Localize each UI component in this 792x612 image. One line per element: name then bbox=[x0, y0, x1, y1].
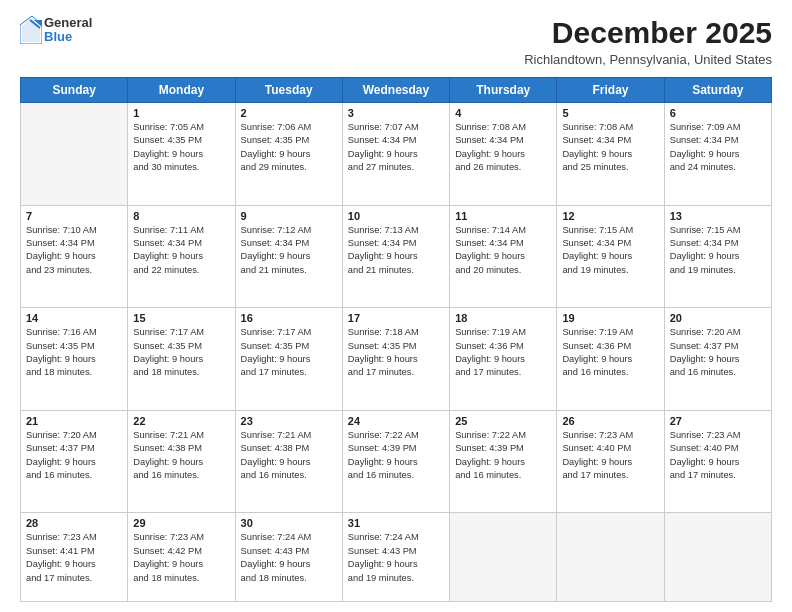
day-info: Sunrise: 7:21 AM Sunset: 4:38 PM Dayligh… bbox=[241, 429, 337, 483]
day-cell bbox=[450, 513, 557, 602]
day-cell: 16Sunrise: 7:17 AM Sunset: 4:35 PM Dayli… bbox=[235, 308, 342, 411]
day-info: Sunrise: 7:19 AM Sunset: 4:36 PM Dayligh… bbox=[562, 326, 658, 380]
day-info: Sunrise: 7:23 AM Sunset: 4:40 PM Dayligh… bbox=[670, 429, 766, 483]
day-info: Sunrise: 7:20 AM Sunset: 4:37 PM Dayligh… bbox=[26, 429, 122, 483]
day-cell: 8Sunrise: 7:11 AM Sunset: 4:34 PM Daylig… bbox=[128, 205, 235, 308]
day-cell: 14Sunrise: 7:16 AM Sunset: 4:35 PM Dayli… bbox=[21, 308, 128, 411]
day-info: Sunrise: 7:08 AM Sunset: 4:34 PM Dayligh… bbox=[455, 121, 551, 175]
day-info: Sunrise: 7:07 AM Sunset: 4:34 PM Dayligh… bbox=[348, 121, 444, 175]
day-cell: 22Sunrise: 7:21 AM Sunset: 4:38 PM Dayli… bbox=[128, 410, 235, 513]
day-number: 31 bbox=[348, 517, 444, 529]
week-row-1: 1Sunrise: 7:05 AM Sunset: 4:35 PM Daylig… bbox=[21, 103, 772, 206]
day-cell bbox=[664, 513, 771, 602]
day-cell: 31Sunrise: 7:24 AM Sunset: 4:43 PM Dayli… bbox=[342, 513, 449, 602]
day-info: Sunrise: 7:15 AM Sunset: 4:34 PM Dayligh… bbox=[670, 224, 766, 278]
col-header-tuesday: Tuesday bbox=[235, 78, 342, 103]
day-cell: 6Sunrise: 7:09 AM Sunset: 4:34 PM Daylig… bbox=[664, 103, 771, 206]
logo-text: General Blue bbox=[44, 16, 92, 45]
day-info: Sunrise: 7:20 AM Sunset: 4:37 PM Dayligh… bbox=[670, 326, 766, 380]
day-number: 26 bbox=[562, 415, 658, 427]
week-row-5: 28Sunrise: 7:23 AM Sunset: 4:41 PM Dayli… bbox=[21, 513, 772, 602]
day-number: 3 bbox=[348, 107, 444, 119]
day-cell bbox=[21, 103, 128, 206]
week-row-4: 21Sunrise: 7:20 AM Sunset: 4:37 PM Dayli… bbox=[21, 410, 772, 513]
day-number: 14 bbox=[26, 312, 122, 324]
day-cell: 15Sunrise: 7:17 AM Sunset: 4:35 PM Dayli… bbox=[128, 308, 235, 411]
day-info: Sunrise: 7:10 AM Sunset: 4:34 PM Dayligh… bbox=[26, 224, 122, 278]
logo-blue-text: Blue bbox=[44, 30, 92, 44]
day-number: 28 bbox=[26, 517, 122, 529]
day-cell: 20Sunrise: 7:20 AM Sunset: 4:37 PM Dayli… bbox=[664, 308, 771, 411]
day-info: Sunrise: 7:13 AM Sunset: 4:34 PM Dayligh… bbox=[348, 224, 444, 278]
day-info: Sunrise: 7:23 AM Sunset: 4:41 PM Dayligh… bbox=[26, 531, 122, 585]
day-number: 11 bbox=[455, 210, 551, 222]
day-info: Sunrise: 7:17 AM Sunset: 4:35 PM Dayligh… bbox=[133, 326, 229, 380]
day-number: 30 bbox=[241, 517, 337, 529]
day-number: 27 bbox=[670, 415, 766, 427]
day-number: 6 bbox=[670, 107, 766, 119]
day-number: 10 bbox=[348, 210, 444, 222]
day-info: Sunrise: 7:08 AM Sunset: 4:34 PM Dayligh… bbox=[562, 121, 658, 175]
logo-general-text: General bbox=[44, 16, 92, 30]
day-info: Sunrise: 7:05 AM Sunset: 4:35 PM Dayligh… bbox=[133, 121, 229, 175]
week-row-2: 7Sunrise: 7:10 AM Sunset: 4:34 PM Daylig… bbox=[21, 205, 772, 308]
day-cell: 2Sunrise: 7:06 AM Sunset: 4:35 PM Daylig… bbox=[235, 103, 342, 206]
title-block: December 2025 Richlandtown, Pennsylvania… bbox=[524, 16, 772, 67]
day-number: 24 bbox=[348, 415, 444, 427]
day-number: 13 bbox=[670, 210, 766, 222]
day-number: 8 bbox=[133, 210, 229, 222]
col-header-friday: Friday bbox=[557, 78, 664, 103]
day-info: Sunrise: 7:24 AM Sunset: 4:43 PM Dayligh… bbox=[348, 531, 444, 585]
day-cell: 10Sunrise: 7:13 AM Sunset: 4:34 PM Dayli… bbox=[342, 205, 449, 308]
day-info: Sunrise: 7:19 AM Sunset: 4:36 PM Dayligh… bbox=[455, 326, 551, 380]
day-info: Sunrise: 7:18 AM Sunset: 4:35 PM Dayligh… bbox=[348, 326, 444, 380]
day-info: Sunrise: 7:22 AM Sunset: 4:39 PM Dayligh… bbox=[455, 429, 551, 483]
day-number: 21 bbox=[26, 415, 122, 427]
day-cell: 4Sunrise: 7:08 AM Sunset: 4:34 PM Daylig… bbox=[450, 103, 557, 206]
col-header-saturday: Saturday bbox=[664, 78, 771, 103]
header: General Blue December 2025 Richlandtown,… bbox=[20, 16, 772, 67]
day-info: Sunrise: 7:21 AM Sunset: 4:38 PM Dayligh… bbox=[133, 429, 229, 483]
day-number: 19 bbox=[562, 312, 658, 324]
col-header-wednesday: Wednesday bbox=[342, 78, 449, 103]
day-cell bbox=[557, 513, 664, 602]
day-cell: 25Sunrise: 7:22 AM Sunset: 4:39 PM Dayli… bbox=[450, 410, 557, 513]
day-cell: 7Sunrise: 7:10 AM Sunset: 4:34 PM Daylig… bbox=[21, 205, 128, 308]
day-number: 2 bbox=[241, 107, 337, 119]
day-cell: 11Sunrise: 7:14 AM Sunset: 4:34 PM Dayli… bbox=[450, 205, 557, 308]
day-info: Sunrise: 7:06 AM Sunset: 4:35 PM Dayligh… bbox=[241, 121, 337, 175]
day-number: 22 bbox=[133, 415, 229, 427]
day-number: 23 bbox=[241, 415, 337, 427]
day-info: Sunrise: 7:17 AM Sunset: 4:35 PM Dayligh… bbox=[241, 326, 337, 380]
day-info: Sunrise: 7:15 AM Sunset: 4:34 PM Dayligh… bbox=[562, 224, 658, 278]
day-cell: 27Sunrise: 7:23 AM Sunset: 4:40 PM Dayli… bbox=[664, 410, 771, 513]
week-row-3: 14Sunrise: 7:16 AM Sunset: 4:35 PM Dayli… bbox=[21, 308, 772, 411]
day-info: Sunrise: 7:16 AM Sunset: 4:35 PM Dayligh… bbox=[26, 326, 122, 380]
col-header-thursday: Thursday bbox=[450, 78, 557, 103]
day-number: 15 bbox=[133, 312, 229, 324]
day-info: Sunrise: 7:09 AM Sunset: 4:34 PM Dayligh… bbox=[670, 121, 766, 175]
day-info: Sunrise: 7:11 AM Sunset: 4:34 PM Dayligh… bbox=[133, 224, 229, 278]
day-info: Sunrise: 7:24 AM Sunset: 4:43 PM Dayligh… bbox=[241, 531, 337, 585]
page: General Blue December 2025 Richlandtown,… bbox=[0, 0, 792, 612]
day-number: 18 bbox=[455, 312, 551, 324]
main-title: December 2025 bbox=[524, 16, 772, 50]
col-header-monday: Monday bbox=[128, 78, 235, 103]
subtitle: Richlandtown, Pennsylvania, United State… bbox=[524, 52, 772, 67]
day-number: 29 bbox=[133, 517, 229, 529]
day-cell: 13Sunrise: 7:15 AM Sunset: 4:34 PM Dayli… bbox=[664, 205, 771, 308]
day-info: Sunrise: 7:23 AM Sunset: 4:42 PM Dayligh… bbox=[133, 531, 229, 585]
day-cell: 17Sunrise: 7:18 AM Sunset: 4:35 PM Dayli… bbox=[342, 308, 449, 411]
day-cell: 18Sunrise: 7:19 AM Sunset: 4:36 PM Dayli… bbox=[450, 308, 557, 411]
day-number: 9 bbox=[241, 210, 337, 222]
day-number: 5 bbox=[562, 107, 658, 119]
day-cell: 21Sunrise: 7:20 AM Sunset: 4:37 PM Dayli… bbox=[21, 410, 128, 513]
day-number: 20 bbox=[670, 312, 766, 324]
day-number: 12 bbox=[562, 210, 658, 222]
day-cell: 30Sunrise: 7:24 AM Sunset: 4:43 PM Dayli… bbox=[235, 513, 342, 602]
day-cell: 19Sunrise: 7:19 AM Sunset: 4:36 PM Dayli… bbox=[557, 308, 664, 411]
day-cell: 26Sunrise: 7:23 AM Sunset: 4:40 PM Dayli… bbox=[557, 410, 664, 513]
day-number: 7 bbox=[26, 210, 122, 222]
day-cell: 24Sunrise: 7:22 AM Sunset: 4:39 PM Dayli… bbox=[342, 410, 449, 513]
day-number: 17 bbox=[348, 312, 444, 324]
